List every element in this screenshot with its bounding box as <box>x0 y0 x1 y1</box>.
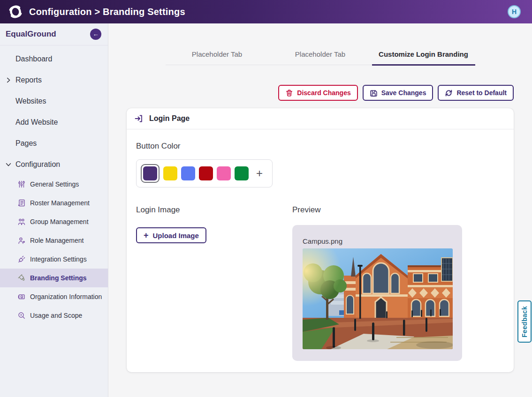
sidebar-item-usage-and-scope[interactable]: Usage and Scope <box>0 306 108 325</box>
chevron-down-icon <box>5 161 12 168</box>
reset-to-default-button[interactable]: Reset to Default <box>438 85 514 101</box>
org-name: EqualGround <box>6 30 56 39</box>
sidebar-item-pages[interactable]: Pages <box>0 133 108 154</box>
login-icon <box>134 114 144 123</box>
user-avatar[interactable]: H <box>508 5 521 18</box>
main-content: Placeholder Tab Placeholder Tab Customiz… <box>108 23 532 397</box>
action-button-row: Discard Changes Save Changes <box>108 85 532 101</box>
tab-placeholder-1[interactable]: Placeholder Tab <box>166 44 269 66</box>
sidebar: EqualGround ← Dashboard Reports Websites… <box>0 23 108 397</box>
sidebar-item-general-settings[interactable]: General Settings <box>0 175 108 194</box>
sidebar-item-group-management[interactable]: Group Management <box>0 212 108 231</box>
sidebar-collapse-button[interactable]: ← <box>90 29 101 40</box>
color-swatch[interactable] <box>163 166 177 180</box>
top-bar: Configuration > Branding Settings H <box>0 0 532 23</box>
save-changes-button[interactable]: Save Changes <box>363 85 433 101</box>
app-logo-swirl-icon <box>7 3 24 21</box>
color-swatch[interactable] <box>181 166 195 180</box>
tab-customize-login-branding[interactable]: Customize Login Branding <box>372 44 475 66</box>
sidebar-item-organization-information[interactable]: Organization Information <box>0 287 108 306</box>
roster-list-icon <box>17 199 26 207</box>
plug-icon <box>17 255 26 263</box>
button-color-label: Button Color <box>136 142 504 151</box>
preview-filename: Campus.png <box>303 237 452 245</box>
color-swatch[interactable] <box>235 166 249 180</box>
sidebar-item-branding-settings[interactable]: Branding Settings <box>0 269 108 287</box>
login-image-label: Login Image <box>136 205 292 215</box>
paint-icon <box>17 274 26 282</box>
sidebar-item-integration-settings[interactable]: Integration Settings <box>0 250 108 269</box>
tab-bar: Placeholder Tab Placeholder Tab Customiz… <box>166 44 475 65</box>
user-role-icon <box>17 236 26 245</box>
preview-label: Preview <box>292 205 504 215</box>
chevron-right-icon <box>5 76 12 84</box>
preview-panel: Campus.png <box>292 225 462 361</box>
refresh-icon <box>445 89 453 97</box>
card-title: Login Page <box>149 114 190 123</box>
sidebar-item-websites[interactable]: Websites <box>0 90 108 112</box>
color-swatch-selected[interactable] <box>143 166 157 180</box>
login-page-card: Login Page Button Color + <box>127 108 514 372</box>
color-swatch[interactable] <box>199 166 213 180</box>
sidebar-item-reports[interactable]: Reports <box>0 69 108 90</box>
tab-placeholder-2[interactable]: Placeholder Tab <box>269 44 372 66</box>
organization-icon <box>17 292 26 301</box>
save-floppy-icon <box>370 89 378 97</box>
sidebar-item-add-website[interactable]: Add Website <box>0 112 108 133</box>
discard-changes-button[interactable]: Discard Changes <box>278 85 357 101</box>
sidebar-item-configuration[interactable]: Configuration <box>0 154 108 175</box>
group-icon <box>17 217 26 226</box>
sidebar-item-dashboard[interactable]: Dashboard <box>0 48 108 69</box>
campus-preview-image <box>303 248 453 349</box>
color-swatch-picker: + <box>136 159 273 187</box>
page-breadcrumb-title: Configuration > Branding Settings <box>29 7 185 17</box>
sidebar-item-roster-management[interactable]: Roster Management <box>0 194 108 212</box>
sidebar-item-role-management[interactable]: Role Management <box>0 231 108 250</box>
plus-icon: + <box>144 231 149 240</box>
arrow-left-circle-icon: ← <box>93 30 99 37</box>
magnifier-icon <box>17 311 26 320</box>
add-color-button[interactable]: + <box>252 166 266 180</box>
color-swatch[interactable] <box>217 166 231 180</box>
feedback-button[interactable]: Feedback <box>517 300 532 343</box>
selected-swatch-ring <box>141 164 160 183</box>
trash-icon <box>285 89 293 97</box>
upload-image-button[interactable]: + Upload Image <box>136 227 206 243</box>
sliders-icon <box>17 180 26 188</box>
